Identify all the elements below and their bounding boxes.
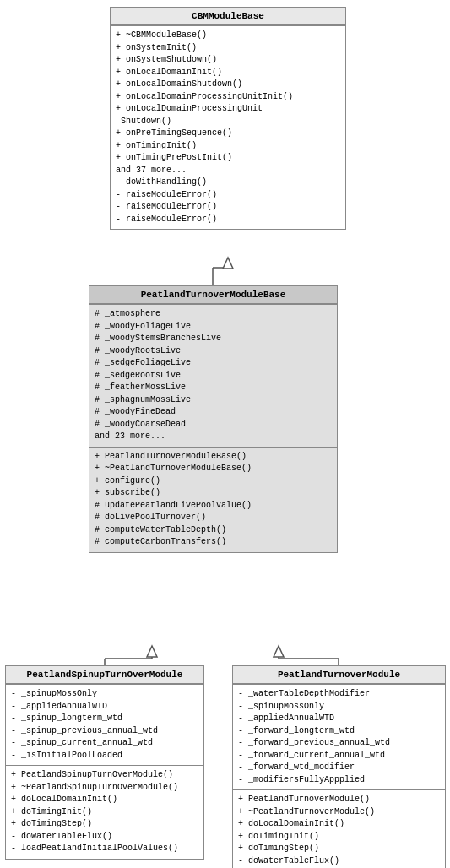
spinup-line: + ~PeatlandSpinupTurnOverModule() bbox=[11, 782, 198, 795]
turnover-line: + ~PeatlandTurnoverModule() bbox=[238, 806, 440, 819]
ptmb-line: + subscribe() bbox=[95, 487, 332, 500]
peatland-turnover-module-title: PeatlandTurnoverModule bbox=[233, 666, 445, 684]
cbm-line: - raiseModuleError() bbox=[116, 201, 340, 214]
spinup-line: + doTimingStep() bbox=[11, 818, 198, 831]
cbm-module-base-box: CBMModuleBase + ~CBMModuleBase() + onSys… bbox=[110, 7, 346, 230]
cbm-module-base-members: + ~CBMModuleBase() + onSystemInit() + on… bbox=[111, 25, 345, 229]
turnover-line: - _appliedAnnualWTD bbox=[238, 713, 440, 725]
cbm-line: and 37 more... bbox=[116, 165, 340, 177]
turnover-line: - _forward_previous_annual_wtd bbox=[238, 737, 440, 750]
spinup-line: + doLocalDomainInit() bbox=[11, 794, 198, 806]
peatland-base-fields: # _atmosphere # _woodyFoliageLive # _woo… bbox=[89, 304, 337, 447]
ptmb-line: # _atmosphere bbox=[95, 308, 332, 321]
cbm-line: + onLocalDomainInit() bbox=[116, 67, 340, 79]
turnover-line: + doTimingStep() bbox=[238, 843, 440, 855]
cbm-line: + onTimingPrePostInit() bbox=[116, 152, 340, 165]
spinup-line: - _spinupMossOnly bbox=[11, 688, 198, 701]
peatland-spinup-title: PeatlandSpinupTurnOverModule bbox=[6, 666, 203, 684]
peatland-turnover-module-base-title: PeatlandTurnoverModuleBase bbox=[89, 286, 337, 304]
cbm-line: + onLocalDomainProcessingUnitInit() bbox=[116, 91, 340, 104]
ptmb-line: # _sedgeRootsLive bbox=[95, 370, 332, 382]
ptmb-line: and 23 more... bbox=[95, 431, 332, 443]
diagram-container: CBMModuleBase + ~CBMModuleBase() + onSys… bbox=[0, 0, 450, 868]
ptmb-line: + configure() bbox=[95, 475, 332, 488]
ptmb-line: # _sedgeFoliageLive bbox=[95, 357, 332, 370]
cbm-line: - raiseModuleError() bbox=[116, 214, 340, 226]
peatland-base-methods: + PeatlandTurnoverModuleBase() + ~Peatla… bbox=[89, 447, 337, 552]
cbm-line: + onPreTimingSequence() bbox=[116, 127, 340, 140]
cbm-line: + onLocalDomainShutdown() bbox=[116, 79, 340, 91]
spinup-line: + PeatlandSpinupTurnOverModule() bbox=[11, 769, 198, 782]
svg-marker-3 bbox=[223, 258, 233, 269]
svg-marker-7 bbox=[147, 646, 157, 657]
ptmb-line: + ~PeatlandTurnoverModuleBase() bbox=[95, 463, 332, 475]
cbm-line: + onLocalDomainProcessingUnit bbox=[116, 103, 340, 116]
spinup-line: + doTimingInit() bbox=[11, 806, 198, 819]
ptmb-line: # doLivePoolTurnover() bbox=[95, 512, 332, 524]
spinup-line: - _spinup_previous_annual_wtd bbox=[11, 725, 198, 738]
spinup-line: - doWaterTableFlux() bbox=[11, 831, 198, 844]
svg-marker-11 bbox=[274, 646, 284, 657]
peatland-turnover-module-box: PeatlandTurnoverModule - _waterTableDept… bbox=[232, 665, 446, 868]
spinup-line: - _appliedAnnualWTD bbox=[11, 701, 198, 713]
spinup-methods: + PeatlandSpinupTurnOverModule() + ~Peat… bbox=[6, 765, 203, 859]
turnover-line: + doTimingInit() bbox=[238, 831, 440, 844]
ptmb-line: # _woodyStemsBranchesLive bbox=[95, 333, 332, 345]
turnover-line: - doWaterTableFlux() bbox=[238, 855, 440, 868]
ptmb-line: # computeWaterTableDepth() bbox=[95, 524, 332, 537]
peatland-spinup-turnover-module-box: PeatlandSpinupTurnOverModule - _spinupMo… bbox=[5, 665, 204, 860]
turnover-fields: - _waterTableDepthModifier - _spinupMoss… bbox=[233, 684, 445, 789]
cbm-line: Shutdown() bbox=[116, 116, 340, 128]
spinup-line: - _spinup_longterm_wtd bbox=[11, 713, 198, 725]
ptmb-line: # _woodyFoliageLive bbox=[95, 321, 332, 334]
turnover-methods: + PeatlandTurnoverModule() + ~PeatlandTu… bbox=[233, 789, 445, 868]
ptmb-line: # _featherMossLive bbox=[95, 382, 332, 394]
turnover-line: - _waterTableDepthModifier bbox=[238, 688, 440, 701]
cbm-module-base-title: CBMModuleBase bbox=[111, 8, 345, 25]
cbm-line: + onSystemInit() bbox=[116, 42, 340, 55]
ptmb-line: # _sphagnumMossLive bbox=[95, 394, 332, 407]
turnover-line: - _spinupMossOnly bbox=[238, 701, 440, 713]
ptmb-line: # updatePeatlandLivePoolValue() bbox=[95, 500, 332, 513]
cbm-line: - raiseModuleError() bbox=[116, 189, 340, 202]
spinup-line: - loadPeatlandInitialPoolValues() bbox=[11, 843, 198, 855]
turnover-line: - _modifiersFullyAppplied bbox=[238, 774, 440, 787]
cbm-line: + ~CBMModuleBase() bbox=[116, 30, 340, 42]
cbm-line: + onSystemShutdown() bbox=[116, 54, 340, 67]
ptmb-line: # computeCarbonTransfers() bbox=[95, 536, 332, 549]
ptmb-line: # _woodyCoarseDead bbox=[95, 419, 332, 431]
cbm-line: + onTimingInit() bbox=[116, 140, 340, 153]
spinup-fields: - _spinupMossOnly - _appliedAnnualWTD - … bbox=[6, 684, 203, 765]
turnover-line: - _forward_current_annual_wtd bbox=[238, 750, 440, 762]
peatland-turnover-module-base-box: PeatlandTurnoverModuleBase # _atmosphere… bbox=[89, 285, 338, 553]
turnover-line: - _forward_longterm_wtd bbox=[238, 725, 440, 738]
turnover-line: + doLocalDomainInit() bbox=[238, 818, 440, 831]
turnover-line: + PeatlandTurnoverModule() bbox=[238, 794, 440, 806]
turnover-line: - _forward_wtd_modifier bbox=[238, 762, 440, 774]
cbm-line: - doWithHandling() bbox=[116, 176, 340, 189]
ptmb-line: + PeatlandTurnoverModuleBase() bbox=[95, 451, 332, 464]
ptmb-line: # _woodyRootsLive bbox=[95, 345, 332, 358]
spinup-line: - _isInitialPoolLoaded bbox=[11, 750, 198, 762]
spinup-line: - _spinup_current_annual_wtd bbox=[11, 737, 198, 750]
ptmb-line: # _woodyFineDead bbox=[95, 406, 332, 419]
